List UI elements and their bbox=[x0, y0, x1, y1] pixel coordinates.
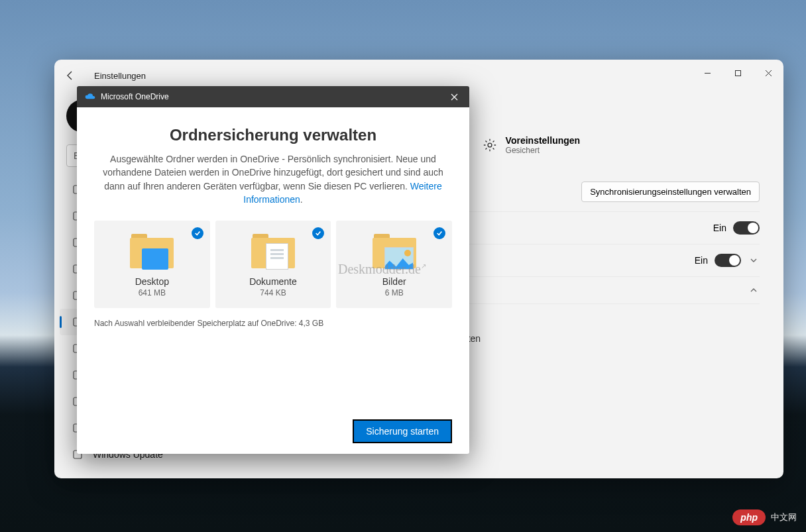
check-icon bbox=[192, 227, 203, 239]
manage-sync-button[interactable]: Synchronisierungseinstellungen verwalten bbox=[581, 182, 760, 202]
visibility-toggle[interactable] bbox=[715, 254, 741, 267]
backup-folder-bilder[interactable]: Bilder 6 MB bbox=[336, 221, 452, 308]
onedrive-description-text: Ausgewählte Ordner werden in OneDrive - … bbox=[103, 154, 443, 191]
badge-text: 中文网 bbox=[771, 511, 797, 523]
site-badge: php 中文网 bbox=[732, 509, 797, 525]
maximize-button[interactable] bbox=[722, 60, 753, 86]
onedrive-close-button[interactable] bbox=[439, 86, 469, 107]
backup-folder-dokumente[interactable]: Dokumente 744 KB bbox=[215, 221, 331, 308]
folder-name: Desktop bbox=[99, 276, 205, 287]
remaining-space-text: Nach Auswahl verbleibender Speicherplatz… bbox=[94, 319, 452, 328]
category-subtitle: Gesichert bbox=[506, 146, 581, 155]
category-title: Voreinstellungen bbox=[506, 135, 581, 146]
folder-size: 744 KB bbox=[221, 288, 326, 297]
folder-icon bbox=[129, 233, 175, 270]
device-toggle-state: Ein bbox=[713, 223, 726, 233]
backup-folder-desktop[interactable]: Desktop 641 MB bbox=[94, 221, 210, 308]
category-gear[interactable]: Voreinstellungen Gesichert bbox=[481, 135, 581, 155]
start-backup-button[interactable]: Sicherung starten bbox=[353, 419, 452, 443]
minimize-button[interactable] bbox=[692, 60, 722, 86]
settings-app-title: Einstellungen bbox=[94, 71, 146, 81]
onedrive-heading: Ordnersicherung verwalten bbox=[94, 126, 452, 144]
visibility-toggle-state: Ein bbox=[695, 255, 708, 266]
folder-icon bbox=[371, 233, 418, 270]
check-icon bbox=[433, 227, 445, 239]
folder-size: 641 MB bbox=[99, 288, 205, 297]
cloud-icon bbox=[85, 91, 95, 102]
folder-name: Bilder bbox=[341, 276, 447, 287]
svg-point-16 bbox=[488, 143, 492, 147]
close-button[interactable] bbox=[753, 60, 783, 86]
folder-icon bbox=[250, 233, 296, 270]
onedrive-dialog: Microsoft OneDrive Ordnersicherung verwa… bbox=[77, 86, 469, 454]
check-icon bbox=[312, 227, 324, 239]
chevron-up-icon bbox=[748, 286, 760, 294]
folder-name: Dokumente bbox=[221, 276, 326, 287]
onedrive-window-title: Microsoft OneDrive bbox=[101, 92, 169, 101]
folder-size: 6 MB bbox=[341, 288, 447, 297]
device-toggle[interactable] bbox=[733, 221, 760, 235]
onedrive-titlebar: Microsoft OneDrive bbox=[77, 86, 469, 107]
php-pill: php bbox=[732, 509, 766, 525]
svg-rect-1 bbox=[735, 70, 740, 76]
onedrive-description: Ausgewählte Ordner werden in OneDrive - … bbox=[94, 152, 452, 206]
window-controls bbox=[692, 60, 783, 86]
back-button[interactable] bbox=[64, 69, 77, 82]
gear-icon bbox=[481, 136, 499, 154]
chevron-down-icon[interactable] bbox=[748, 256, 760, 264]
